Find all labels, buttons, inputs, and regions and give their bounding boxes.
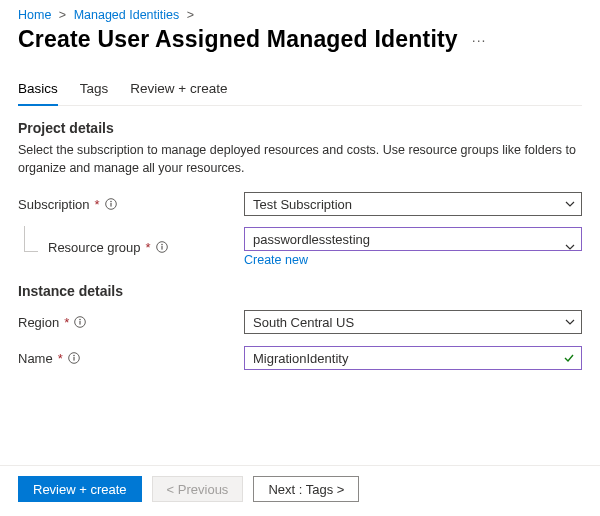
svg-point-7	[79, 319, 81, 321]
resource-group-value: passwordlesstesting	[253, 232, 370, 247]
svg-point-4	[161, 244, 163, 246]
info-icon[interactable]	[156, 241, 168, 253]
name-value: MigrationIdentity	[253, 351, 348, 366]
svg-rect-11	[73, 357, 74, 361]
more-actions-button[interactable]: ···	[472, 32, 487, 48]
svg-point-10	[73, 355, 75, 357]
previous-button: < Previous	[152, 476, 244, 502]
subscription-value: Test Subscription	[253, 197, 352, 212]
tab-basics[interactable]: Basics	[18, 75, 58, 106]
svg-rect-2	[110, 203, 111, 207]
project-details-desc: Select the subscription to manage deploy…	[18, 142, 582, 177]
tab-strip: Basics Tags Review + create	[18, 75, 582, 106]
instance-details-heading: Instance details	[18, 283, 582, 299]
region-value: South Central US	[253, 315, 354, 330]
svg-point-1	[110, 201, 112, 203]
svg-rect-8	[80, 321, 81, 325]
project-details-heading: Project details	[18, 120, 582, 136]
required-marker: *	[58, 351, 63, 366]
create-new-link[interactable]: Create new	[244, 253, 582, 267]
wizard-footer: Review + create < Previous Next : Tags >	[0, 465, 600, 516]
info-icon[interactable]	[74, 316, 86, 328]
breadcrumb: Home > Managed Identities >	[18, 8, 582, 22]
tab-review-create[interactable]: Review + create	[130, 75, 227, 105]
required-marker: *	[95, 197, 100, 212]
resource-group-label: Resource group *	[18, 240, 244, 255]
chevron-right-icon: >	[59, 8, 66, 22]
breadcrumb-managed-identities[interactable]: Managed Identities	[74, 8, 180, 22]
required-marker: *	[146, 240, 151, 255]
review-create-button[interactable]: Review + create	[18, 476, 142, 502]
name-label: Name *	[18, 351, 244, 366]
page-title: Create User Assigned Managed Identity	[18, 26, 458, 53]
region-label: Region *	[18, 315, 244, 330]
name-input[interactable]: MigrationIdentity	[244, 346, 582, 370]
breadcrumb-home[interactable]: Home	[18, 8, 51, 22]
info-icon[interactable]	[105, 198, 117, 210]
resource-group-dropdown[interactable]: passwordlesstesting	[244, 227, 582, 251]
svg-rect-5	[161, 246, 162, 250]
tab-tags[interactable]: Tags	[80, 75, 109, 105]
subscription-label: Subscription *	[18, 197, 244, 212]
info-icon[interactable]	[68, 352, 80, 364]
chevron-right-icon: >	[187, 8, 194, 22]
next-button[interactable]: Next : Tags >	[253, 476, 359, 502]
region-dropdown[interactable]: South Central US	[244, 310, 582, 334]
required-marker: *	[64, 315, 69, 330]
subscription-dropdown[interactable]: Test Subscription	[244, 192, 582, 216]
